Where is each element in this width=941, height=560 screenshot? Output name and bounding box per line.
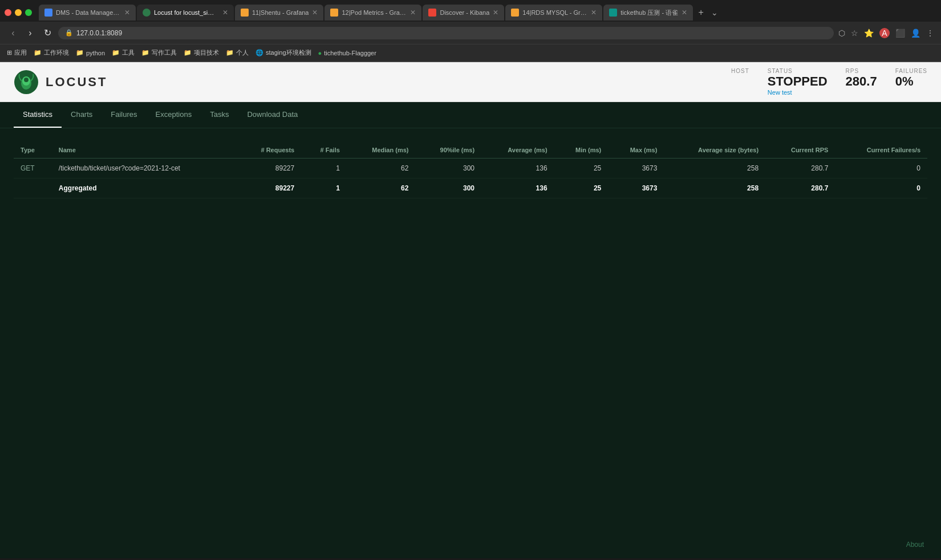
tab-tasks-label: Tasks (210, 110, 229, 119)
nav-tabs: Statistics Charts Failures Exceptions Ta… (0, 102, 941, 128)
url-lock-icon: 🔒 (65, 29, 73, 36)
tab-label-2: Locust for locust_simple.py (154, 9, 219, 16)
browser-tab-7[interactable]: tickethub 压测 - 语雀 ✕ (603, 5, 693, 21)
cell-fails: 1 (301, 159, 347, 178)
cell-name: /tickethub/ticket/user?code=2021-12-cet (52, 159, 237, 178)
th-min: Min (ms) (554, 142, 609, 159)
bookmark-tech[interactable]: 📁 项目技术 (184, 48, 219, 57)
browser-tab-4[interactable]: 12|Pod Metrics - Grafana ✕ (325, 5, 421, 21)
tab-close-2[interactable]: ✕ (222, 9, 228, 17)
tab-close-7[interactable]: ✕ (682, 9, 687, 17)
bookmark-icon[interactable]: ☆ (851, 29, 858, 38)
tab-label-5: Discover - Kibana (440, 9, 489, 16)
th-type: Type (14, 142, 52, 159)
tab-favicon-6 (511, 9, 519, 17)
th-requests: # Requests (237, 142, 301, 159)
back-button[interactable]: ‹ (7, 27, 19, 39)
url-text[interactable]: 127.0.0.1:8089 (76, 29, 122, 37)
tab-favicon-2 (143, 9, 151, 17)
statistics-table: Type Name # Requests # Fails Median (ms) (14, 142, 927, 198)
agg-type (14, 178, 52, 198)
th-fails: # Fails (301, 142, 347, 159)
tab-charts[interactable]: Charts (62, 102, 102, 128)
tab-overflow-button[interactable]: ⌄ (711, 8, 718, 17)
tab-close-4[interactable]: ✕ (410, 9, 416, 17)
close-button[interactable] (5, 9, 11, 16)
th-average: Average (ms) (481, 142, 554, 159)
bookmark-python[interactable]: 📁 python (76, 49, 105, 56)
menu-icon[interactable]: ⋮ (926, 29, 934, 38)
bookmark-workspace[interactable]: 📁 工作环境 (34, 48, 69, 57)
new-test-link[interactable]: New test (768, 89, 828, 96)
agg-average: 136 (481, 178, 554, 198)
cell-avg-size: 258 (664, 159, 765, 178)
bookmark-label-writing: 写作工具 (152, 48, 177, 57)
bookmark-personal[interactable]: 📁 个人 (226, 48, 249, 57)
account-icon[interactable]: 👤 (911, 29, 920, 38)
tab-download-data[interactable]: Download Data (238, 102, 307, 128)
tab-exceptions[interactable]: Exceptions (147, 102, 201, 128)
maximize-button[interactable] (25, 9, 32, 16)
tab-close-3[interactable]: ✕ (312, 9, 318, 17)
dot-icon: ● (318, 50, 322, 56)
cast-icon[interactable]: ⬡ (838, 29, 845, 38)
bookmark-staging[interactable]: 🌐 staging环境检测 (255, 48, 311, 57)
cell-min: 25 (554, 159, 609, 178)
new-tab-button[interactable]: + (694, 6, 708, 19)
forward-button[interactable]: › (24, 27, 36, 39)
tab-close-5[interactable]: ✕ (493, 9, 498, 17)
tab-statistics[interactable]: Statistics (14, 102, 62, 128)
browser-tab-3[interactable]: 11|Shentu - Grafana ✕ (235, 5, 323, 21)
tab-bar: DMS - Data Management Se... ✕ Locust for… (0, 0, 941, 22)
aggregated-row: Aggregated 89227 1 62 300 136 25 3673 25… (14, 178, 927, 198)
bookmark-label-flaggger: tichethub-Flaggger (324, 50, 376, 56)
cell-type: GET (14, 159, 52, 178)
browser-tab-5[interactable]: Discover - Kibana ✕ (423, 5, 504, 21)
bookmark-label-tech: 项目技术 (194, 48, 219, 57)
folder-icon-2: 📁 (76, 49, 84, 56)
bookmark-apps[interactable]: ⊞ 应用 (7, 48, 27, 57)
svg-point-3 (24, 78, 29, 82)
cell-current-rps: 280.7 (765, 159, 835, 178)
logo-area: LOCUST (14, 70, 731, 95)
tab-favicon-7 (609, 9, 617, 17)
bookmark-writing[interactable]: 📁 写作工具 (141, 48, 177, 57)
tab-close-1[interactable]: ✕ (124, 9, 130, 17)
tab-close-6[interactable]: ✕ (591, 9, 597, 17)
failures-label: FAILURES (895, 68, 927, 74)
star-icon[interactable]: ⭐ (864, 29, 874, 38)
minimize-button[interactable] (15, 9, 22, 16)
tab-failures[interactable]: Failures (102, 102, 146, 128)
tab-label-4: 12|Pod Metrics - Grafana (342, 9, 407, 16)
browser-tab-2[interactable]: Locust for locust_simple.py ✕ (137, 5, 234, 21)
globe-icon: 🌐 (255, 49, 263, 56)
browser-tab-6[interactable]: 14|RDS MYSQL - Grafana ✕ (505, 5, 602, 21)
browser-actions: ⬡ ☆ ⭐ A ⬛ 👤 ⋮ (838, 28, 934, 38)
tab-failures-label: Failures (111, 110, 137, 119)
tab-exceptions-label: Exceptions (156, 110, 192, 119)
cell-max: 3673 (608, 159, 664, 178)
bookmark-flaggger[interactable]: ● tichethub-Flaggger (318, 50, 376, 56)
bookmark-tools[interactable]: 📁 工具 (112, 48, 135, 57)
url-bar[interactable]: 🔒 127.0.0.1:8089 (58, 27, 834, 39)
tab-favicon-1 (44, 9, 52, 17)
about-link[interactable]: About (906, 541, 924, 549)
tab-tasks[interactable]: Tasks (201, 102, 238, 128)
cell-average: 136 (481, 159, 554, 178)
bookmark-label-personal: 个人 (236, 48, 249, 57)
extensions-icon[interactable]: ⬛ (895, 29, 905, 38)
status-value: STOPPED (768, 74, 828, 89)
tab-favicon-5 (428, 9, 436, 17)
browser-tab-1[interactable]: DMS - Data Management Se... ✕ (39, 5, 136, 21)
cell-current-failures: 0 (835, 159, 927, 178)
bookmark-label-python: python (86, 50, 105, 56)
bookmark-label-staging: staging环境检测 (266, 48, 311, 57)
tab-download-data-label: Download Data (247, 110, 298, 119)
reload-button[interactable]: ↻ (41, 27, 54, 39)
agg-avg-size: 258 (664, 178, 765, 198)
tab-statistics-label: Statistics (23, 110, 52, 119)
agg-current-failures: 0 (835, 178, 927, 198)
profile-icon[interactable]: A (879, 28, 890, 38)
th-median: Median (ms) (347, 142, 416, 159)
cell-percentile: 300 (415, 159, 481, 178)
